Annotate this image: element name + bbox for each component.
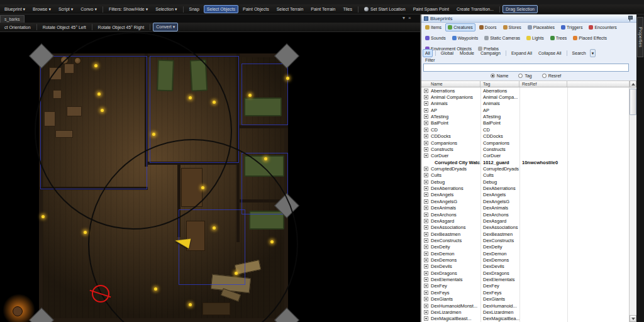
expand-icon[interactable] [424, 258, 428, 262]
blueprint-row[interactable]: AP AP [421, 107, 630, 113]
blueprint-row[interactable]: CorDuer CorDuer [421, 153, 630, 159]
blueprint-row[interactable]: DexHumanoidMonst... DexHumanoid... [421, 303, 630, 309]
toolbar-button[interactable]: Browse ▾ [30, 5, 54, 14]
toolbar-button[interactable]: Script ▾ [55, 5, 76, 14]
expand-icon[interactable] [424, 284, 428, 288]
filter-input[interactable] [423, 64, 629, 72]
expand-icon[interactable] [424, 225, 428, 230]
blueprint-row[interactable]: Companions Companions [421, 140, 630, 146]
blueprint-tab[interactable]: Triggers [558, 23, 585, 31]
blueprint-row[interactable]: BalPoint BalPoint [421, 120, 630, 126]
area-tab[interactable]: s_barks [0, 15, 25, 23]
blueprint-tab[interactable]: Placed Effects [570, 34, 609, 42]
blueprint-row[interactable]: DexDemons DexDemons [421, 257, 630, 263]
blueprint-row[interactable]: DexMagicalBeast... DexMagicalBea... [421, 316, 630, 322]
expand-icon[interactable] [424, 114, 428, 119]
creature-marker[interactable] [13, 306, 23, 316]
blueprint-row[interactable]: Animals Animals [421, 101, 630, 107]
blueprint-row[interactable]: DexAsgard DexAsgard [421, 218, 630, 224]
expand-icon[interactable] [424, 134, 428, 138]
expand-icon[interactable] [424, 153, 428, 158]
toolbar-button[interactable]: Select Objects [204, 5, 238, 13]
expand-icon[interactable] [424, 213, 428, 217]
filter-button[interactable]: Collapse All [536, 49, 564, 57]
expand-icon[interactable] [424, 252, 428, 256]
toolbar-button[interactable]: Select Terrain [274, 5, 307, 13]
toolbar-button[interactable]: ct Orientation [1, 23, 34, 31]
area-viewport[interactable] [0, 32, 420, 322]
expand-icon[interactable] [424, 186, 428, 191]
blueprint-row[interactable]: DexDemon DexDemon [421, 250, 630, 257]
blueprint-row[interactable]: DexElementals DexElementals [421, 276, 630, 282]
expand-icon[interactable] [424, 89, 428, 93]
blueprint-row[interactable]: DexGiants DexGiants [421, 296, 630, 303]
expand-icon[interactable] [424, 310, 428, 314]
column-header-resref[interactable]: ResRef [519, 81, 567, 87]
blueprint-row[interactable]: DexAssociations DexAssociations [421, 225, 630, 231]
filter-button[interactable]: Search [570, 49, 589, 57]
expand-icon[interactable] [424, 277, 428, 282]
blueprint-row[interactable]: Constructs Constructs [421, 146, 630, 152]
blueprint-row[interactable]: Debug Debug [421, 179, 630, 185]
blueprint-row[interactable]: DexAngels DexAngels [421, 192, 630, 198]
blueprint-tab[interactable]: Placeables [525, 23, 557, 31]
blueprint-row[interactable]: CDDocks CDDocks [421, 133, 630, 140]
expand-icon[interactable] [424, 316, 428, 321]
blueprint-row[interactable]: DexLizardmen DexLizardmen [421, 309, 630, 315]
blueprint-row[interactable]: DexAngelsG DexAngelsG [421, 198, 630, 204]
column-header-tag[interactable]: Tag [480, 81, 519, 87]
scroll-up-icon[interactable] [630, 80, 636, 87]
filter-radio[interactable]: Tag [518, 74, 531, 78]
expand-icon[interactable] [424, 206, 428, 210]
toolbar-button[interactable]: Convert ▾ [153, 23, 178, 31]
expand-icon[interactable] [424, 219, 428, 223]
expand-icon[interactable] [424, 167, 428, 171]
toolbar-button[interactable]: Create Transition... [453, 5, 497, 13]
toolbar-button[interactable]: Rotate Object 45° Right [95, 23, 148, 31]
blueprint-tab[interactable]: Sounds [423, 34, 448, 42]
expand-icon[interactable] [424, 271, 428, 275]
column-header-name[interactable]: Name [421, 81, 480, 87]
blueprint-row[interactable]: DexBeastmen DexBeastmen [421, 231, 630, 237]
scrollbar-thumb[interactable] [630, 89, 636, 115]
expand-icon[interactable] [424, 199, 428, 204]
toolbar-button[interactable]: Blueprint ▾ [1, 5, 28, 14]
selection-ring-marker[interactable] [92, 285, 109, 303]
blueprint-tab[interactable]: Doors [477, 23, 499, 31]
blueprint-row[interactable]: DexAnimals DexAnimals [421, 204, 630, 211]
toolbar-button[interactable]: Paint Terrain [308, 5, 338, 13]
expand-icon[interactable] [424, 95, 428, 99]
filter-button[interactable]: ▾ [590, 49, 596, 57]
blueprint-tab[interactable]: Waypoints [450, 34, 480, 42]
blueprint-tab[interactable]: Creatures [445, 23, 475, 31]
blueprint-row[interactable]: DexConstructs DexConstructs [421, 237, 630, 243]
expand-icon[interactable] [424, 238, 428, 243]
filter-radio[interactable]: Resref [542, 74, 562, 78]
filter-button[interactable]: Module [457, 49, 477, 57]
blueprint-row[interactable]: DexAberrations DexAberrations [421, 185, 630, 191]
filter-button[interactable]: All [423, 49, 433, 57]
scroll-down-icon[interactable] [630, 315, 636, 322]
toolbar-button[interactable]: Drag Selection [502, 5, 538, 13]
expand-icon[interactable] [424, 108, 428, 113]
filter-radio[interactable]: Name [491, 74, 509, 78]
expand-icon[interactable] [424, 291, 428, 295]
blueprint-row[interactable]: CorruptedDryads CorruptedDryads [421, 165, 630, 172]
expand-icon[interactable] [424, 128, 428, 132]
list-scrollbar[interactable] [629, 80, 636, 322]
blueprint-row[interactable]: Cults Cults [421, 172, 630, 179]
blueprint-row[interactable]: DexDragons DexDragons [421, 270, 630, 276]
toolbar-button[interactable]: Set Start Location [361, 5, 409, 13]
filter-button[interactable]: Global [438, 49, 456, 57]
blueprint-tab[interactable]: Encounters [586, 23, 619, 31]
blueprint-tab[interactable]: Stores [501, 23, 524, 31]
expand-icon[interactable] [424, 173, 428, 177]
filter-button[interactable]: Campaign [478, 49, 503, 57]
expand-icon[interactable] [424, 297, 428, 301]
blueprint-row[interactable]: DexFeys DexFeys [421, 289, 630, 296]
expand-icon[interactable] [424, 147, 428, 152]
blueprint-tab[interactable]: Trees [548, 34, 570, 42]
toolbar-button[interactable]: Paint Objects [240, 5, 272, 13]
blueprint-row[interactable]: Animal Companions Animal Compa... [421, 94, 630, 100]
expand-icon[interactable] [424, 245, 428, 249]
